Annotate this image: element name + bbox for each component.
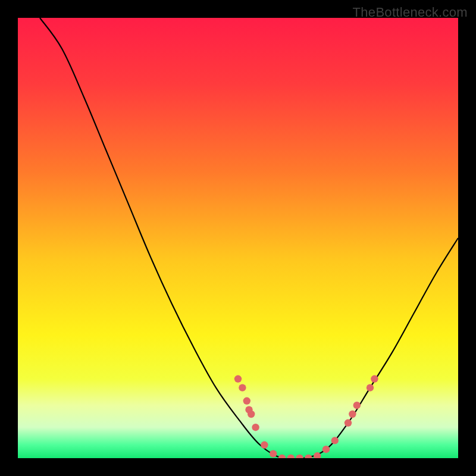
data-dot: [261, 441, 268, 449]
data-dot: [252, 424, 259, 431]
data-dot: [367, 384, 374, 391]
data-dot: [371, 375, 378, 383]
data-dot: [353, 402, 361, 409]
data-dot: [248, 411, 255, 418]
data-dot: [243, 397, 250, 405]
data-dot: [331, 437, 339, 444]
chart-container: TheBottleneck.com: [0, 0, 476, 476]
data-dot: [239, 384, 246, 391]
bottleneck-chart: [18, 18, 458, 458]
chart-background: [18, 18, 458, 458]
data-dot: [270, 450, 277, 457]
watermark-text: TheBottleneck.com: [353, 5, 468, 20]
data-dot: [322, 446, 330, 453]
data-dot: [349, 411, 356, 418]
data-dot: [234, 375, 242, 383]
data-dot: [345, 419, 352, 427]
